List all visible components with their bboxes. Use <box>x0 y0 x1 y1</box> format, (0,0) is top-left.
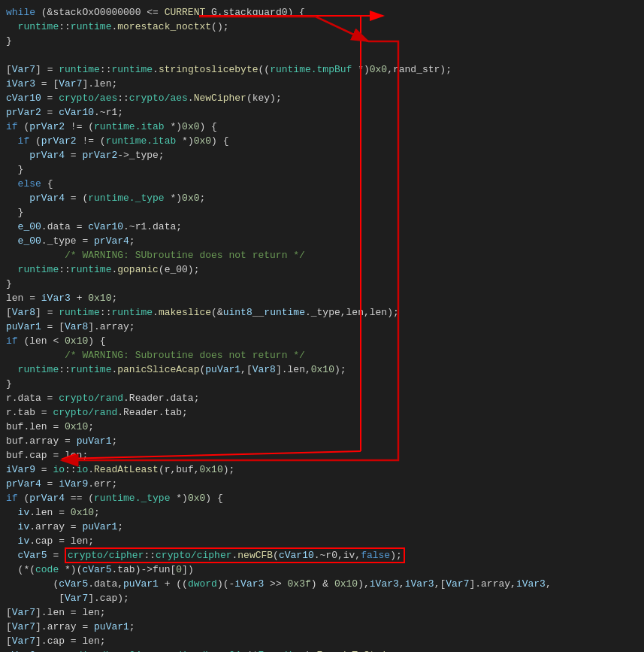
code-line-27: } <box>0 378 644 392</box>
code-line-7: cVar10 = crypto/aes::crypto/aes.NewCiphe… <box>0 92 644 106</box>
code-line-35: if (prVar4 == (runtime._type *)0x0) { <box>0 492 644 506</box>
code-line-26: runtime::runtime.panicSliceAcap(puVar1,[… <box>0 363 644 378</box>
code-line-36: iv.len = 0x10; <box>0 506 644 520</box>
code-line-40: (*(code *)(cVar5.tab)->fun[0]) <box>0 563 644 578</box>
code-line-42: [Var7].cap); <box>0 592 644 606</box>
code-line-24: if (len < 0x10) { <box>0 335 644 349</box>
code-line-19: runtime::runtime.gopanic(e_00); <box>0 263 644 277</box>
code-line-6: iVar3 = [Var7].len; <box>0 77 644 92</box>
code-line-12: } <box>0 163 644 177</box>
code-line-1: while (&stackOxO0000000 <= CURRENT_G.sta… <box>0 6 644 20</box>
code-line-29: r.tab = crypto/rand.Reader.tab; <box>0 406 644 420</box>
code-line-23: puVar1 = [Var8].array; <box>0 320 644 335</box>
code-line-25: /* WARNING: Subroutine does not return *… <box>0 349 644 363</box>
code-line-13: else { <box>0 177 644 192</box>
code-line-16: e_00.data = cVar10.~r1.data; <box>0 220 644 235</box>
code-line-9: if (prVar2 != (runtime.itab *)0x0) { <box>0 120 644 135</box>
code-line-37: iv.array = puVar1; <box>0 520 644 535</box>
code-line-44: [Var7].array = puVar1; <box>0 620 644 635</box>
code-line-20: } <box>0 277 644 292</box>
code-line-21: len = iVar3 + 0x10; <box>0 292 644 306</box>
code-line-46: sVar6 = encoding/base64::encoding/base64… <box>0 649 644 652</box>
code-line-10: if (prVar2 != (runtime.itab *)0x0) { <box>0 135 644 149</box>
code-line-2: runtime::runtime.morestack_noctxt(); <box>0 20 644 35</box>
code-line-18: /* WARNING: SUbroutine does not return *… <box>0 249 644 263</box>
code-line-34: prVar4 = iVar9.err; <box>0 478 644 492</box>
code-line-45: [Var7].cap = len; <box>0 635 644 649</box>
code-line-4 <box>0 49 644 63</box>
code-line-30: buf.len = 0x10; <box>0 420 644 435</box>
code-line-5: [Var7] = runtime::runtime.stringtosliceb… <box>0 63 644 77</box>
code-line-14: prVar4 = (runtime._type *)0x0; <box>0 192 644 206</box>
code-line-41: (cVar5.data,puVar1 + ((dword)(-iVar3 >> … <box>0 578 644 592</box>
code-line-43: [Var7].len = len; <box>0 606 644 620</box>
code-line-39: cVar5 = crypto/cipher::crypto/cipher.new… <box>0 549 644 563</box>
code-line-15: } <box>0 206 644 220</box>
code-line-33: iVar9 = io::io.ReadAtLeast(r,buf,0x10); <box>0 463 644 478</box>
code-line-28: r.data = crypto/rand.Reader.data; <box>0 392 644 406</box>
code-line-8: prVar2 = cVar10.~r1; <box>0 106 644 120</box>
code-line-3: } <box>0 35 644 49</box>
code-editor: while (&stackOxO0000000 <= CURRENT_G.sta… <box>0 0 644 652</box>
code-line-17: e_00._type = prVar4; <box>0 235 644 249</box>
code-line-22: [Var8] = runtime::runtime.makeslice(&uin… <box>0 306 644 320</box>
code-line-31: buf.array = puVar1; <box>0 435 644 449</box>
code-line-11: prVar4 = prVar2->_type; <box>0 149 644 163</box>
code-line-32: buf.cap = len; <box>0 449 644 463</box>
